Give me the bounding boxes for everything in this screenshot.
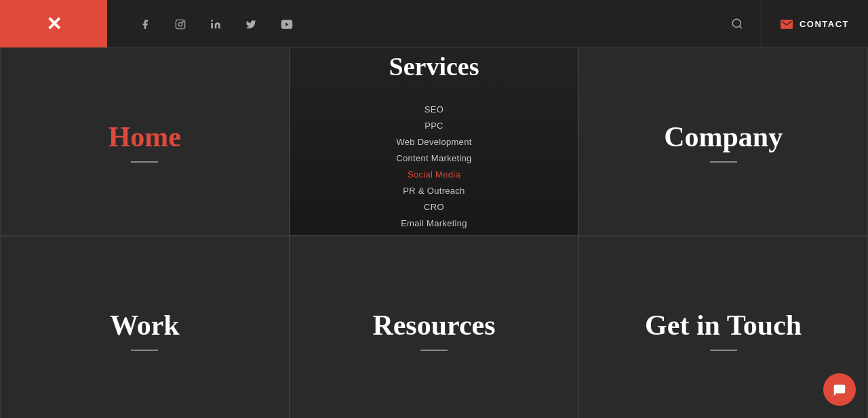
home-divider — [131, 161, 158, 163]
resources-divider — [420, 350, 448, 351]
svg-point-2 — [182, 22, 183, 22]
menu-item-work[interactable]: Work — [0, 236, 290, 418]
service-web-dev[interactable]: Web Development — [396, 134, 471, 150]
service-email-marketing[interactable]: Email Marketing — [396, 215, 471, 232]
svg-point-4 — [732, 19, 741, 27]
close-menu-button[interactable]: ✕ — [0, 0, 107, 47]
menu-work-title: Work — [110, 309, 180, 341]
top-navigation: ✕ — [0, 0, 868, 47]
instagram-link[interactable] — [175, 18, 186, 30]
menu-item-company[interactable]: Company — [578, 47, 868, 236]
menu-item-resources[interactable]: Resources — [290, 236, 579, 418]
menu-company-title: Company — [664, 121, 783, 153]
service-seo[interactable]: SEO — [396, 102, 471, 118]
services-content: Services SEO PPC Web Development Content… — [290, 48, 578, 235]
contact-label: CONTACT — [800, 19, 849, 29]
svg-rect-0 — [176, 20, 184, 28]
envelope-icon — [781, 18, 793, 30]
main-menu-grid: Home Services SEO PPC Web Development Co… — [0, 47, 868, 418]
social-links-group — [107, 18, 713, 30]
contact-button[interactable]: CONTACT — [761, 0, 868, 47]
chat-button[interactable] — [823, 373, 856, 406]
services-list: SEO PPC Web Development Content Marketin… — [396, 102, 471, 232]
svg-point-3 — [211, 20, 213, 22]
chat-icon — [832, 381, 847, 398]
services-title: Services — [389, 51, 479, 81]
menu-home-title: Home — [108, 121, 181, 153]
menu-resources-title: Resources — [372, 309, 495, 341]
work-divider — [131, 350, 158, 351]
menu-item-home[interactable]: Home — [0, 47, 290, 236]
menu-item-services[interactable]: Services SEO PPC Web Development Content… — [290, 47, 579, 236]
svg-line-5 — [739, 26, 741, 28]
menu-get-in-touch-title: Get in Touch — [645, 309, 802, 341]
youtube-link[interactable] — [281, 18, 293, 30]
close-icon: ✕ — [46, 13, 62, 35]
nav-right-group: CONTACT — [713, 0, 868, 47]
service-ppc[interactable]: PPC — [396, 118, 471, 134]
service-cro[interactable]: CRO — [396, 199, 471, 215]
twitter-link[interactable] — [245, 18, 256, 30]
service-pr-outreach[interactable]: PR & Outreach — [396, 183, 471, 199]
search-button[interactable] — [713, 0, 761, 47]
facebook-link[interactable] — [140, 18, 151, 30]
service-social-media[interactable]: Social Media — [396, 167, 471, 183]
get-in-touch-divider — [710, 350, 737, 351]
linkedin-link[interactable] — [210, 18, 221, 30]
service-content-marketing[interactable]: Content Marketing — [396, 150, 471, 167]
company-divider — [710, 161, 737, 163]
svg-point-1 — [178, 22, 182, 26]
